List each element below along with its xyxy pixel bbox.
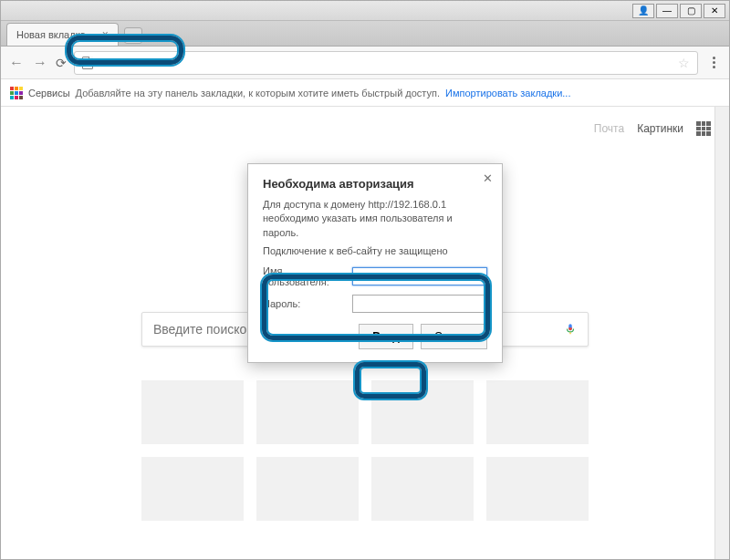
minimize-button[interactable]: —	[656, 4, 678, 18]
page-content: Почта Картинки ✕ Необходима авторизация …	[1, 107, 729, 559]
bookmark-hint: Добавляйте на эту панель закладки, к кот…	[76, 88, 440, 99]
maximize-button[interactable]: ▢	[680, 4, 702, 18]
apps-label[interactable]: Сервисы	[28, 88, 70, 99]
password-label: Пароль:	[263, 298, 347, 309]
import-bookmarks-link[interactable]: Импортировать закладки...	[445, 88, 570, 99]
cancel-button[interactable]: Отмена	[421, 324, 487, 349]
thumbnail[interactable]	[256, 457, 359, 521]
mail-link[interactable]: Почта	[594, 122, 624, 135]
thumbnail-grid	[141, 380, 589, 521]
voice-search-icon[interactable]	[564, 320, 577, 338]
close-window-button[interactable]: ✕	[704, 4, 725, 18]
thumbnail[interactable]	[486, 457, 589, 521]
back-button[interactable]: ←	[8, 55, 25, 71]
thumbnail[interactable]	[371, 457, 474, 521]
login-button[interactable]: Вход	[359, 324, 413, 349]
top-links: Почта Картинки	[594, 121, 711, 136]
apps-grid-icon[interactable]	[696, 121, 711, 136]
username-label: Имя пользователя:	[263, 265, 347, 287]
password-input[interactable]	[352, 295, 487, 313]
window-titlebar: 👤 — ▢ ✕	[1, 1, 729, 21]
tab-strip: Новая вкладка ×	[1, 21, 729, 47]
address-bar[interactable]: 192.168.0.1 ☆	[74, 51, 698, 75]
new-tab-button[interactable]	[124, 27, 142, 44]
dialog-title: Необходима авторизация	[263, 177, 487, 191]
thumbnail[interactable]	[141, 457, 244, 521]
browser-tab[interactable]: Новая вкладка ×	[6, 23, 119, 46]
url-text: 192.168.0.1	[99, 56, 162, 69]
apps-icon[interactable]	[10, 87, 23, 99]
close-tab-icon[interactable]: ×	[102, 28, 109, 41]
browser-toolbar: ← → ⟳ 192.168.0.1 ☆	[1, 47, 729, 79]
scrollbar[interactable]	[714, 107, 729, 559]
username-input[interactable]	[352, 267, 487, 285]
bookmark-star-icon[interactable]: ☆	[678, 56, 690, 70]
browser-menu-button[interactable]	[705, 57, 722, 68]
thumbnail[interactable]	[141, 380, 244, 444]
thumbnail[interactable]	[486, 380, 589, 444]
user-icon[interactable]: 👤	[632, 4, 654, 18]
forward-button[interactable]: →	[32, 55, 48, 71]
auth-dialog: ✕ Необходима авторизация Для доступа к д…	[247, 163, 503, 363]
images-link[interactable]: Картинки	[637, 122, 683, 135]
reload-button[interactable]: ⟳	[56, 56, 67, 70]
dialog-close-icon[interactable]: ✕	[483, 171, 493, 185]
bookmark-bar: Сервисы Добавляйте на эту панель закладк…	[1, 79, 729, 107]
tab-title: Новая вкладка	[16, 29, 86, 40]
thumbnail[interactable]	[256, 380, 359, 444]
dialog-warning: Подключение к веб-сайту не защищено	[263, 245, 487, 256]
page-icon	[82, 57, 93, 69]
dialog-message: Для доступа к домену http://192.168.0.1 …	[263, 198, 487, 240]
thumbnail[interactable]	[371, 380, 474, 444]
